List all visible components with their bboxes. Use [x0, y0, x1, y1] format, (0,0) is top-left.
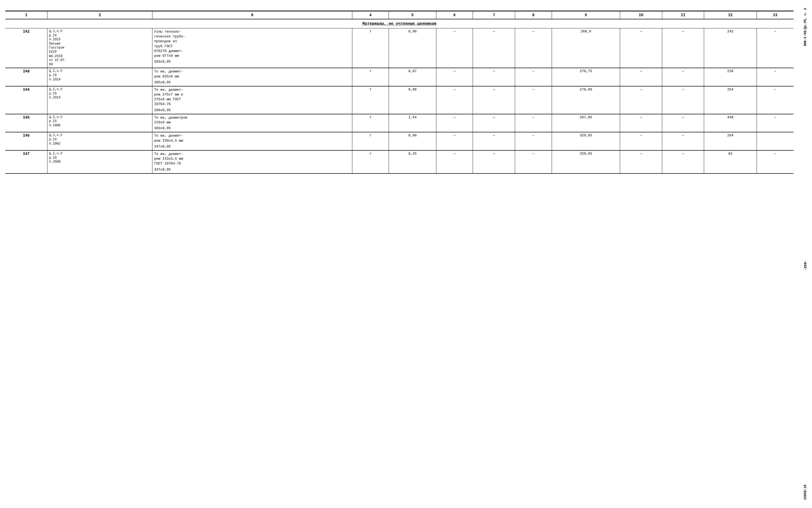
row-unit: т: [352, 86, 389, 114]
row-col13: —: [757, 151, 794, 173]
row-col7: —: [473, 68, 515, 86]
row-col7: —: [473, 28, 515, 68]
col-header-8: 8: [515, 11, 552, 19]
row-desc: То же, диамет- ром 275х7 мм и 275х6 мм Г…: [152, 86, 352, 114]
row-col9: 287,85: [552, 114, 620, 132]
row-col7: —: [473, 114, 515, 132]
row-col6: —: [436, 68, 473, 86]
col-header-3: 8: [152, 11, 352, 19]
row-col9: 329,65: [552, 151, 620, 173]
main-table: I 2 8 4 5 6 7 8 9 IO II I2 I3: [5, 11, 794, 174]
row-col12: 254: [704, 86, 757, 114]
row-col11: —: [662, 86, 704, 114]
row-id: I44: [5, 86, 47, 114]
col-header-11: II: [662, 11, 704, 19]
row-id: I42: [5, 28, 47, 68]
row-col5: I,54: [389, 114, 436, 132]
row-col6: —: [436, 132, 473, 151]
col-header-9: 9: [552, 11, 620, 19]
col-header-10: IO: [620, 11, 662, 19]
side-label-bottom: 15858-18: [804, 485, 807, 500]
row-ref: Ц.I,ч.У р.IX п.IO13: [47, 86, 152, 114]
row-col13: —: [757, 68, 794, 86]
row-col10: —: [620, 114, 662, 132]
row-col8: —: [515, 151, 552, 173]
row-col13: —: [757, 86, 794, 114]
row-col13: —: [757, 28, 794, 68]
side-label-middle: -269-: [804, 260, 808, 270]
row-col6: —: [436, 151, 473, 173]
row-col11: —: [662, 114, 704, 132]
row-col12: 448: [704, 114, 757, 132]
col-header-13: I3: [757, 11, 794, 19]
row-id: I48: [5, 68, 47, 86]
row-col10: —: [620, 28, 662, 68]
col-header-4: 4: [352, 11, 389, 19]
row-unit: т: [352, 151, 389, 173]
col-header-7: 7: [473, 11, 515, 19]
row-desc: То же, диамет- ром I33х3,5 мм ГОСТ I0704…: [152, 151, 352, 173]
row-col10: —: [620, 151, 662, 173]
row-ref: Ц.I,ч.У р.IX п.2580: [47, 151, 152, 173]
col-header-12: I2: [704, 11, 757, 19]
row-col12: 82: [704, 151, 757, 173]
row-col8: —: [515, 68, 552, 86]
main-content: I 2 8 4 5 6 7 8 9 IO II I2 I3: [5, 11, 794, 174]
row-col8: —: [515, 86, 552, 114]
row-desc: Узлы техноло- гических трубо- проводов и…: [152, 28, 352, 68]
section-title: Материалы, не учтенные ценником: [5, 19, 794, 28]
row-col5: 0,90: [389, 28, 436, 68]
row-col12: 236: [704, 68, 757, 86]
row-col7: —: [473, 132, 515, 151]
row-col8: —: [515, 114, 552, 132]
row-col13: —: [757, 114, 794, 132]
row-desc: То же, диамет- ром 825х8 мм 285х0,95: [152, 68, 352, 86]
row-ref: Ц.I,ч.У р.IX п.IO14: [47, 68, 152, 86]
row-desc: То же, диаметром 2I9х6 мм 303х0,95: [152, 114, 352, 132]
row-col8: —: [515, 28, 552, 68]
col-header-1: I: [5, 11, 47, 19]
col-header-5: 5: [389, 11, 436, 19]
table-row: I42 Ц.I,ч.У р.IX п.IO15 Письмо Госстроя …: [5, 28, 794, 68]
row-col5: 0,25: [389, 151, 436, 173]
row-id: I46: [5, 132, 47, 151]
row-col6: —: [436, 86, 473, 114]
row-col12: 242: [704, 28, 757, 68]
row-col10: —: [620, 86, 662, 114]
table-row: I48 Ц.I,ч.У р.IX п.IO14 То же, диамет- р…: [5, 68, 794, 86]
row-col5: 0,80: [389, 132, 436, 151]
row-col5: 0,87: [389, 68, 436, 86]
page: I 2 8 4 5 6 7 8 9 IO II I2 I3: [0, 0, 812, 508]
table-row: I45 Ц.I,ч.У р.IX п.I006 То же, диаметром…: [5, 114, 794, 132]
row-col9: 278,60: [552, 86, 620, 114]
row-unit: т: [352, 68, 389, 86]
row-col10: —: [620, 68, 662, 86]
row-col11: —: [662, 132, 704, 151]
row-ref: Ц.I,ч.У р.IX п.I006: [47, 114, 152, 132]
row-unit: т: [352, 28, 389, 68]
row-col9: 329,65: [552, 132, 620, 151]
row-unit: т: [352, 132, 389, 151]
row-col6: —: [436, 28, 473, 68]
section-header-row: Материалы, не учтенные ценником: [5, 19, 794, 28]
row-col13: [757, 132, 794, 151]
row-ref: Ц.I,ч.У р.IX п.I002: [47, 132, 152, 151]
row-col6: —: [436, 114, 473, 132]
col-header-6: 6: [436, 11, 473, 19]
row-ref: Ц.I,ч.У р.IX п.IO15 Письмо Госстроя СССР…: [47, 28, 152, 68]
table-header-row: I 2 8 4 5 6 7 8 9 IO II I2 I3: [5, 11, 794, 19]
row-id: I45: [5, 114, 47, 132]
row-desc: То же, диамет- ром I59х4,5 мм 347х0,95: [152, 132, 352, 151]
table-row: I47 Ц.I,ч.У р.IX п.2580 То же, диамет- р…: [5, 151, 794, 173]
row-col12: 264: [704, 132, 757, 151]
row-col11: —: [662, 68, 704, 86]
row-col5: 0,98: [389, 86, 436, 114]
table-row: I44 Ц.I,ч.У р.IX п.IO13 То же, диамет- р…: [5, 86, 794, 114]
row-col10: —: [620, 132, 662, 151]
row-col9: 268,9: [552, 28, 620, 68]
row-col8: —: [515, 132, 552, 151]
col-header-2: 2: [47, 11, 152, 19]
side-label-top: 908-I-59/Дп.УП, ч. 2: [804, 8, 807, 46]
row-col9: 270,75: [552, 68, 620, 86]
row-col11: —: [662, 28, 704, 68]
